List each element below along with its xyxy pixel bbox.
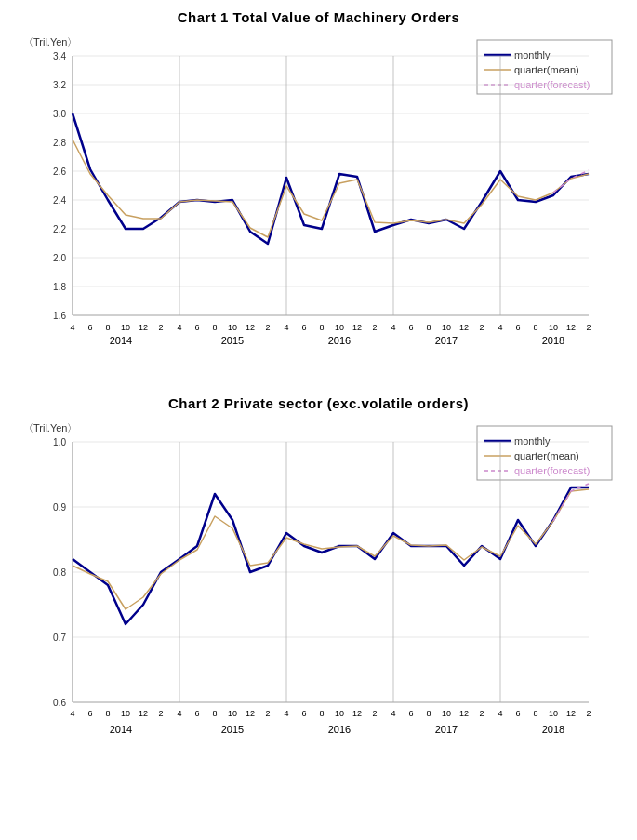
svg-text:1.0: 1.0 <box>53 437 66 447</box>
svg-text:3.4: 3.4 <box>53 51 66 61</box>
svg-text:2: 2 <box>158 709 163 718</box>
chart1-container: 〈Tril.Yen〉 monthly quarter(mean) quarter… <box>21 33 617 377</box>
svg-text:10: 10 <box>120 323 129 332</box>
svg-text:8: 8 <box>533 323 537 332</box>
svg-text:8: 8 <box>212 323 217 332</box>
svg-text:2017: 2017 <box>434 335 457 346</box>
svg-text:2017: 2017 <box>434 724 457 735</box>
svg-text:2016: 2016 <box>327 724 350 735</box>
chart1-monthly-line <box>73 113 589 244</box>
svg-text:4: 4 <box>177 323 181 332</box>
svg-text:2015: 2015 <box>220 724 243 735</box>
svg-text:4: 4 <box>498 323 502 332</box>
svg-text:8: 8 <box>105 323 110 332</box>
chart1-svg: 〈Tril.Yen〉 monthly quarter(mean) quarter… <box>21 33 617 377</box>
svg-text:3.2: 3.2 <box>53 80 66 90</box>
chart2-container: 〈Tril.Yen〉 monthly quarter(mean) quarter… <box>21 419 617 772</box>
svg-text:2: 2 <box>479 323 484 332</box>
svg-text:6: 6 <box>408 709 413 718</box>
svg-text:6: 6 <box>515 323 520 332</box>
svg-text:12: 12 <box>458 323 468 332</box>
svg-text:4: 4 <box>391 709 395 718</box>
chart2-svg: 〈Tril.Yen〉 monthly quarter(mean) quarter… <box>21 419 617 772</box>
svg-text:2: 2 <box>158 323 163 332</box>
svg-text:10: 10 <box>334 323 343 332</box>
svg-text:10: 10 <box>548 323 557 332</box>
svg-text:quarter(forecast): quarter(forecast) <box>514 465 590 476</box>
svg-text:quarter(mean): quarter(mean) <box>514 64 579 75</box>
svg-text:4: 4 <box>284 323 288 332</box>
svg-text:2.4: 2.4 <box>53 195 66 206</box>
svg-text:8: 8 <box>212 709 217 718</box>
svg-text:6: 6 <box>87 709 92 718</box>
svg-text:2.8: 2.8 <box>53 138 66 148</box>
svg-text:12: 12 <box>245 323 254 332</box>
svg-text:10: 10 <box>548 709 557 718</box>
svg-text:6: 6 <box>87 323 92 332</box>
svg-text:monthly: monthly <box>514 49 551 60</box>
svg-text:2014: 2014 <box>109 335 131 346</box>
svg-text:6: 6 <box>194 709 199 718</box>
svg-text:12: 12 <box>565 709 575 718</box>
svg-text:4: 4 <box>70 323 74 332</box>
svg-text:8: 8 <box>426 323 431 332</box>
chart2-monthly-line <box>73 487 589 624</box>
svg-text:2018: 2018 <box>541 724 564 735</box>
svg-text:10: 10 <box>227 709 236 718</box>
svg-text:10: 10 <box>334 709 343 718</box>
svg-text:6: 6 <box>408 323 413 332</box>
svg-text:2016: 2016 <box>327 335 350 346</box>
svg-text:2.6: 2.6 <box>53 167 66 177</box>
svg-text:8: 8 <box>105 709 110 718</box>
svg-text:2.0: 2.0 <box>53 253 66 263</box>
svg-text:10: 10 <box>441 709 450 718</box>
svg-text:12: 12 <box>352 709 361 718</box>
svg-text:monthly: monthly <box>514 435 551 447</box>
svg-text:12: 12 <box>565 323 575 332</box>
svg-text:12: 12 <box>138 323 147 332</box>
svg-text:2: 2 <box>372 323 377 332</box>
svg-text:2: 2 <box>265 709 270 718</box>
svg-text:6: 6 <box>301 323 306 332</box>
svg-text:8: 8 <box>319 323 324 332</box>
svg-text:10: 10 <box>120 709 129 718</box>
svg-text:4: 4 <box>284 709 288 718</box>
svg-text:0.7: 0.7 <box>53 633 66 643</box>
svg-text:6: 6 <box>301 709 306 718</box>
svg-text:〈Tril.Yen〉: 〈Tril.Yen〉 <box>23 422 77 433</box>
svg-text:12: 12 <box>138 709 147 718</box>
svg-text:〈Tril.Yen〉: 〈Tril.Yen〉 <box>23 36 77 47</box>
svg-text:0.9: 0.9 <box>53 502 66 513</box>
svg-text:2015: 2015 <box>220 335 243 346</box>
svg-text:10: 10 <box>441 323 450 332</box>
chart1-section: Chart 1 Total Value of Machinery Orders … <box>19 9 618 377</box>
svg-text:quarter(mean): quarter(mean) <box>514 450 579 461</box>
svg-text:2: 2 <box>265 323 270 332</box>
chart1-title: Chart 1 Total Value of Machinery Orders <box>19 9 618 25</box>
svg-text:0.8: 0.8 <box>53 567 66 578</box>
svg-text:2018: 2018 <box>541 335 564 346</box>
svg-text:2014: 2014 <box>109 724 131 735</box>
svg-text:12: 12 <box>352 323 361 332</box>
svg-text:2: 2 <box>372 709 377 718</box>
page: Chart 1 Total Value of Machinery Orders … <box>0 0 637 800</box>
chart2-section: Chart 2 Private sector (exc.volatile ord… <box>19 395 618 772</box>
svg-text:3.0: 3.0 <box>53 109 66 119</box>
svg-text:4: 4 <box>177 709 181 718</box>
svg-text:2.2: 2.2 <box>53 224 66 234</box>
svg-text:10: 10 <box>227 323 236 332</box>
svg-text:6: 6 <box>515 709 520 718</box>
chart2-title: Chart 2 Private sector (exc.volatile ord… <box>19 395 618 411</box>
svg-text:8: 8 <box>426 709 431 718</box>
svg-text:2: 2 <box>479 709 484 718</box>
svg-text:1.8: 1.8 <box>53 282 66 292</box>
svg-text:2: 2 <box>586 709 591 718</box>
svg-text:8: 8 <box>533 709 537 718</box>
svg-text:0.6: 0.6 <box>53 698 66 708</box>
svg-text:8: 8 <box>319 709 324 718</box>
svg-text:4: 4 <box>70 709 74 718</box>
svg-text:4: 4 <box>391 323 395 332</box>
svg-text:2: 2 <box>586 323 591 332</box>
svg-text:12: 12 <box>245 709 254 718</box>
svg-text:1.6: 1.6 <box>53 311 66 321</box>
